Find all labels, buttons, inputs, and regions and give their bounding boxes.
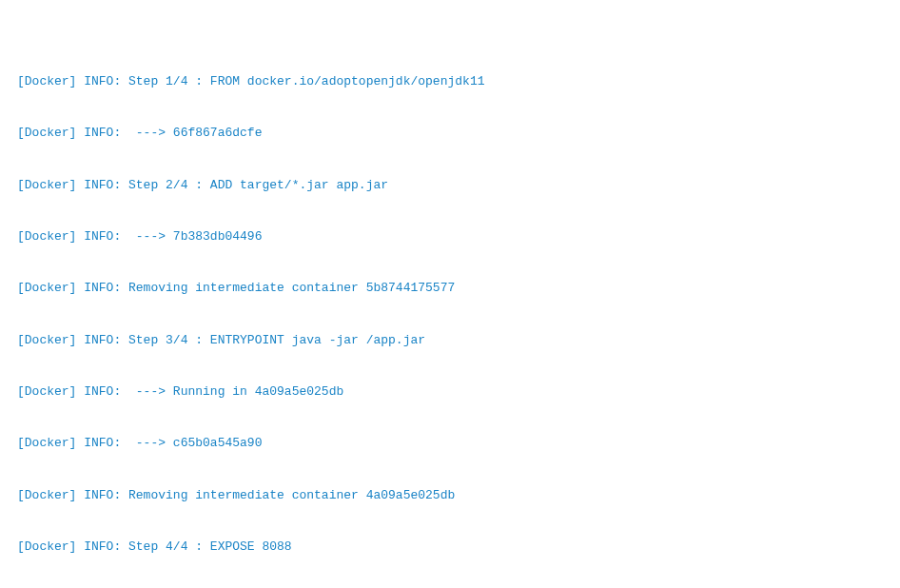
log-line: [Docker] INFO: ---> c65b0a545a90 bbox=[17, 435, 883, 452]
log-line: [Docker] INFO: ---> 7b383db04496 bbox=[17, 228, 883, 245]
log-line: [Docker] INFO: Step 1/4 : FROM docker.io… bbox=[17, 73, 883, 90]
log-line: [Docker] INFO: ---> 66f867a6dcfe bbox=[17, 125, 883, 142]
log-line: [Docker] INFO: Step 4/4 : EXPOSE 8088 bbox=[17, 539, 883, 556]
log-line: [Docker] INFO: Removing intermediate con… bbox=[17, 280, 883, 297]
log-line: [Docker] INFO: Step 3/4 : ENTRYPOINT jav… bbox=[17, 332, 883, 349]
log-line: [Docker] INFO: Removing intermediate con… bbox=[17, 487, 883, 504]
log-line: [Docker] INFO: ---> Running in 4a09a5e02… bbox=[17, 383, 883, 401]
log-line: [Docker] INFO: Step 2/4 : ADD target/*.j… bbox=[17, 177, 883, 194]
